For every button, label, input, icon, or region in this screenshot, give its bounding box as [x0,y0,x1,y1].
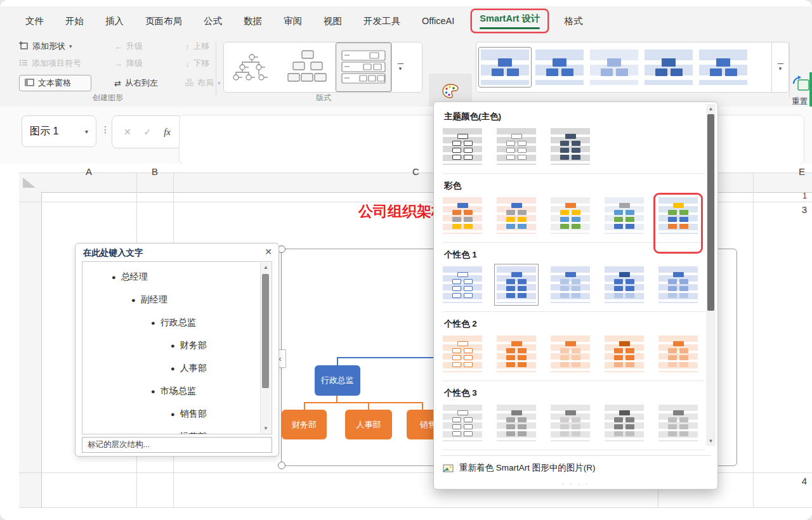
color-variant-swatch[interactable] [497,128,536,165]
scroll-down-icon[interactable]: ▼ [706,438,716,444]
text-pane-item[interactable]: ●副经理 [82,289,272,311]
layout-variant-hierarchy[interactable] [280,42,336,92]
text-pane-item[interactable]: ●运营部 [82,426,272,434]
column-header[interactable]: C [412,166,419,177]
color-variant-swatch[interactable] [443,335,482,372]
scrollbar-thumb[interactable] [262,274,269,388]
color-variant-swatch[interactable] [551,335,590,372]
color-variant-swatch[interactable] [443,197,482,234]
palette-icon [442,83,459,101]
add-bullet-button[interactable]: 添加项目符号 [19,58,114,69]
color-variant-swatch[interactable] [494,264,539,306]
color-variant-swatch[interactable] [497,335,536,372]
menu-tab[interactable]: 公式 [204,13,222,30]
layout-variant-labeled-hierarchy[interactable] [336,42,391,92]
menu-tab[interactable]: 数据 [244,13,262,30]
color-variant-swatch[interactable] [443,266,482,303]
scrollbar-thumb[interactable] [707,114,714,311]
scroll-down-icon[interactable]: ▼ [261,426,271,431]
text-pane-item[interactable]: ●财务部 [82,334,272,357]
color-variant-swatch[interactable] [551,197,590,234]
recolor-pictures-item[interactable]: 重新着色 SmartArt 图形中的图片(R) [440,455,711,476]
text-pane-items: ●总经理●副经理●行政总监●财务部●人事部●市场总监●销售部●运营部 [82,262,272,434]
add-shape-button[interactable]: 添加形状 ▾ [19,41,114,52]
demote-button[interactable]: → 降级 [114,58,185,69]
color-variant-swatch[interactable] [658,405,698,441]
menu-tab[interactable]: 格式 [564,13,582,30]
color-variant-swatch[interactable] [605,405,644,441]
layout-variant-organization-chart[interactable] [224,42,280,92]
color-variant-swatch[interactable] [658,335,698,372]
scroll-up-icon[interactable]: ▲ [706,106,716,112]
menu-tab[interactable]: 文件 [25,13,44,30]
resize-grip[interactable]: · · · · [434,481,717,488]
color-variant-swatch[interactable] [497,197,536,234]
promote-button[interactable]: ← 升级 [114,41,185,52]
cancel-icon[interactable]: ✕ [124,127,131,137]
text-pane-item[interactable]: ●人事部 [82,357,272,380]
row-header-column [19,192,42,507]
smartart-style-thumb[interactable] [533,47,586,88]
color-variant-swatch[interactable] [497,405,536,441]
text-pane-footer[interactable]: 标记的层次结构... [82,437,272,453]
text-pane-item[interactable]: ●销售部 [82,403,272,426]
menu-tab[interactable]: OfficeAI [422,13,454,29]
row-header[interactable]: 4 [802,476,807,486]
fx-icon[interactable]: fx [164,127,171,138]
layout-gallery-more-button[interactable]: ▾ [391,42,409,92]
menu-tab[interactable]: 开发工具 [363,13,400,30]
text-pane-scrollbar[interactable]: ▲ ▼ [260,263,271,433]
column-header[interactable]: E [799,166,805,177]
menu-tab[interactable]: 审阅 [284,13,302,30]
dropdown-scrollbar[interactable]: ▲ ▼ [706,104,716,446]
connector-line [368,402,369,410]
smartart-style-thumb[interactable] [478,47,532,88]
color-variant-swatch[interactable] [605,266,644,303]
scroll-up-icon[interactable]: ▲ [261,264,271,270]
menu-tab[interactable]: 插入 [105,13,124,30]
smartart-style-thumb[interactable] [587,47,641,88]
menu-tab[interactable]: 页面布局 [145,13,182,30]
close-icon[interactable]: ✕ [265,247,272,257]
color-variant-swatch[interactable] [551,266,590,303]
menu-tab[interactable]: SmartArt 设计 [472,10,547,32]
color-variant-swatch[interactable] [443,128,482,165]
style-gallery-more-button[interactable]: ▾ [771,42,789,92]
color-variant-swatch[interactable] [658,266,698,303]
column-header[interactable]: A [86,166,92,177]
smartart-style-thumb[interactable] [642,47,695,88]
color-variant-swatch[interactable] [551,405,590,441]
org-node-admin[interactable]: 行政总监 [315,365,360,396]
color-variant-swatch[interactable] [605,335,644,372]
text-pane-item-label: 市场总监 [160,386,196,397]
enter-icon[interactable]: ✓ [144,127,152,137]
color-section-row [443,266,706,303]
org-node-finance[interactable]: 财务部 [282,410,327,439]
row-header[interactable]: 3 [802,204,807,215]
name-box[interactable]: 图示 1 ▾ [22,115,96,147]
color-section-row [443,405,706,441]
menu-tab[interactable]: 开始 [65,13,84,30]
select-all-corner[interactable] [23,178,36,188]
add-shape-icon [19,41,29,52]
text-pane-title: 在此处键入文字 [83,247,143,259]
menu-tabs: 文件开始插入页面布局公式数据审阅视图开发工具OfficeAISmartArt 设… [25,10,604,32]
arrow-left-icon: ← [114,42,122,51]
text-pane-item[interactable]: ●市场总监 [82,380,272,403]
smartart-style-thumb[interactable] [697,47,750,88]
resize-handle[interactable] [278,462,285,469]
collapse-left-icon: ‹ [279,354,282,363]
color-variant-swatch[interactable] [443,405,482,441]
org-node-hr[interactable]: 人事部 [345,410,392,439]
row-header[interactable]: 1 [802,192,807,200]
column-header[interactable]: B [152,166,158,177]
menu-tab[interactable]: 视图 [324,13,342,30]
text-pane-toggle-button[interactable]: 文本窗格 [19,75,91,91]
hierarchy-thumb-icon [285,49,330,85]
color-variant-swatch[interactable] [658,197,698,234]
color-variant-swatch[interactable] [605,197,644,234]
text-pane-item[interactable]: ●行政总监 [82,311,272,334]
color-variant-swatch[interactable] [551,128,590,165]
text-pane-item[interactable]: ●总经理 [82,266,272,289]
right-to-left-button[interactable]: ⇄ 从右到左 [114,75,185,91]
